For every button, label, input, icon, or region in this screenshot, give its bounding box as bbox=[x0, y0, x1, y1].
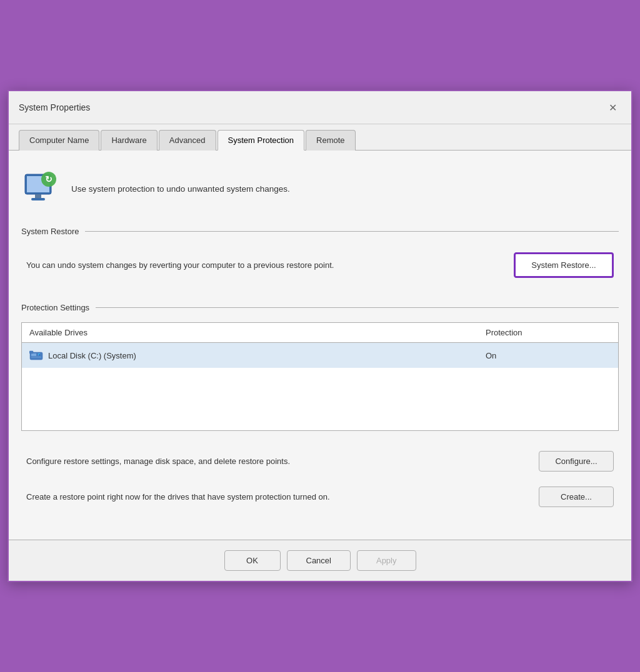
tab-system-protection[interactable]: System Protection bbox=[218, 130, 305, 151]
drives-table: Available Drives Protection bbox=[21, 322, 619, 431]
drive-name: Local Disk (C:) (System) bbox=[48, 351, 136, 360]
table-empty-area bbox=[22, 368, 618, 430]
ok-button[interactable]: OK bbox=[224, 550, 281, 571]
protection-settings-header: Protection Settings bbox=[21, 303, 619, 312]
col-drives-header: Available Drives bbox=[29, 328, 486, 337]
drive-cell: Local Disk (C:) (System) bbox=[29, 350, 486, 361]
window-title: System Properties bbox=[19, 102, 90, 112]
protection-settings-title: Protection Settings bbox=[21, 303, 89, 312]
create-row: Create a restore point right now for the… bbox=[21, 479, 619, 515]
svg-rect-9 bbox=[29, 351, 33, 353]
cancel-button[interactable]: Cancel bbox=[287, 550, 351, 571]
apply-button[interactable]: Apply bbox=[357, 550, 416, 571]
drive-protection-status: On bbox=[486, 351, 611, 360]
tab-advanced[interactable]: Advanced bbox=[159, 130, 216, 151]
protection-settings-section: Protection Settings Available Drives Pro… bbox=[21, 303, 619, 515]
svg-rect-13 bbox=[38, 355, 39, 355]
system-restore-description: You can undo system changes by reverting… bbox=[26, 259, 334, 272]
system-restore-divider bbox=[85, 231, 619, 232]
footer: OK Cancel Apply bbox=[9, 540, 631, 581]
protection-settings-divider bbox=[96, 307, 619, 308]
configure-button[interactable]: Configure... bbox=[539, 451, 614, 472]
table-row[interactable]: Local Disk (C:) (System) On bbox=[22, 343, 618, 368]
tab-hardware[interactable]: Hardware bbox=[101, 130, 157, 151]
svg-rect-3 bbox=[31, 198, 45, 200]
svg-rect-7 bbox=[31, 353, 36, 356]
system-restore-section: System Restore You can undo system chang… bbox=[21, 227, 619, 284]
content-area: ↻ Use system protection to undo unwanted… bbox=[9, 151, 631, 540]
configure-row: Configure restore settings, manage disk … bbox=[21, 443, 619, 479]
col-protection-header: Protection bbox=[486, 328, 611, 337]
system-restore-button[interactable]: System Restore... bbox=[514, 252, 614, 278]
system-restore-title: System Restore bbox=[21, 227, 79, 236]
close-button[interactable]: ✕ bbox=[604, 99, 621, 116]
header-section: ↻ Use system protection to undo unwanted… bbox=[21, 163, 619, 222]
svg-rect-14 bbox=[39, 355, 40, 355]
svg-rect-2 bbox=[35, 194, 41, 198]
create-button[interactable]: Create... bbox=[539, 487, 614, 507]
tabs-bar: Computer Name Hardware Advanced System P… bbox=[9, 124, 631, 151]
svg-text:↻: ↻ bbox=[45, 174, 52, 184]
create-description: Create a restore point right now for the… bbox=[26, 491, 330, 503]
system-properties-window: System Properties ✕ Computer Name Hardwa… bbox=[8, 90, 632, 582]
svg-rect-8 bbox=[31, 357, 41, 358]
drive-icon bbox=[29, 350, 43, 361]
system-restore-header: System Restore bbox=[21, 227, 619, 236]
svg-rect-11 bbox=[38, 353, 39, 354]
table-header: Available Drives Protection bbox=[22, 323, 618, 343]
system-restore-icon: ↻ bbox=[21, 169, 61, 209]
title-bar: System Properties ✕ bbox=[9, 91, 631, 124]
system-restore-row: You can undo system changes by reverting… bbox=[21, 246, 619, 284]
tab-remote[interactable]: Remote bbox=[306, 130, 356, 151]
configure-description: Configure restore settings, manage disk … bbox=[26, 455, 290, 468]
svg-rect-12 bbox=[39, 353, 40, 354]
header-description: Use system protection to undo unwanted s… bbox=[71, 183, 290, 195]
tab-computer-name[interactable]: Computer Name bbox=[19, 130, 99, 151]
